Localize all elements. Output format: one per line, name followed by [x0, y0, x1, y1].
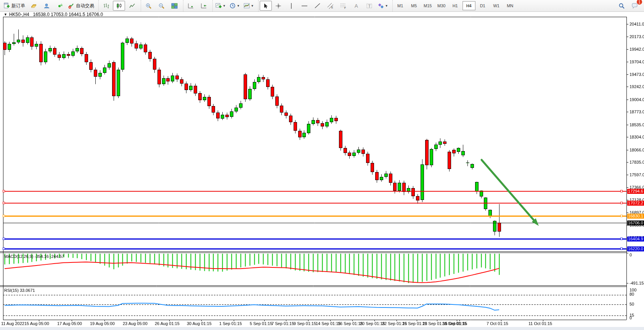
time-axis-label: 11 Aug 2022	[1, 321, 24, 326]
chart-shift-button[interactable]	[198, 1, 210, 11]
auto-scroll-button[interactable]	[185, 1, 197, 11]
text-label-button[interactable]: T	[363, 1, 376, 11]
timeframe-button-H1[interactable]: H1	[449, 1, 462, 10]
candlestick-chart-button[interactable]	[113, 1, 125, 11]
price-axis-tick: 18304.0	[630, 135, 644, 139]
crosshair-button[interactable]	[273, 1, 285, 11]
price-axis-tick: 19473.0	[630, 72, 644, 77]
zoom-out-button[interactable]	[155, 1, 167, 11]
timeframe-button-W1[interactable]: W1	[490, 1, 503, 10]
macd-axis-tick: 0	[630, 253, 632, 257]
new-chart-button[interactable]: ▼	[214, 1, 227, 11]
toolbar-right: 1	[615, 1, 644, 11]
chevron-down-icon: ▼	[223, 4, 226, 8]
new-order-button[interactable]: 新订单	[2, 1, 27, 11]
zoom-in-button[interactable]	[142, 1, 154, 11]
timeframe-button-M5[interactable]: M5	[408, 1, 421, 10]
indicators-icon	[244, 3, 250, 9]
chart-title-bar[interactable]: ▼ HK50-,H4 16538.0 17053.0 16441.5 16706…	[3, 12, 105, 17]
price-line-label[interactable]: 16404.9	[627, 237, 644, 241]
fibonacci-button[interactable]: F	[337, 1, 350, 11]
svg-text:A: A	[355, 3, 358, 9]
time-axis-label: 5 Oct 01:15	[445, 321, 467, 326]
price-axis-tick: 19004.0	[630, 97, 644, 102]
search-button[interactable]	[615, 1, 628, 11]
mt4-window: 新订单	[0, 0, 644, 330]
chart-title-symbol: HK50-,H4	[9, 12, 29, 17]
text-button[interactable]: A	[350, 1, 363, 11]
timeframe-group: M1M5M15M30H1H4D1W1MN	[392, 0, 519, 11]
window-bottom-edge	[0, 327, 644, 330]
metaquotes-button[interactable]	[27, 1, 40, 11]
periods-button[interactable]: ▼	[228, 1, 241, 11]
mql5-community-button[interactable]	[40, 1, 53, 11]
price-line-label[interactable]: 16706.0	[627, 221, 644, 225]
macd-label: MACD(12,26,9) -354.16 -244.57	[4, 254, 64, 259]
price-axis-tick: 18535.0	[630, 122, 644, 127]
time-axis-label: 30 Aug 01:15	[187, 321, 212, 326]
line-chart-button[interactable]	[126, 1, 138, 11]
price-axis-tick: 18773.0	[630, 109, 644, 114]
rsi-axis-tick: 80	[630, 292, 634, 296]
cursor-button[interactable]	[260, 1, 272, 11]
autotrading-button[interactable]: 自动交易	[66, 1, 96, 11]
objects-group: ▼ ▼ ▼	[212, 0, 257, 11]
timeframe-button-M15[interactable]: M15	[421, 1, 434, 10]
signals-icon	[56, 3, 63, 9]
rsi-axis-tick: 0	[630, 316, 632, 320]
arrows-button[interactable]: ▼	[376, 1, 390, 11]
text-icon: A	[353, 3, 360, 9]
time-axis-label: 20 Sep 01:15	[360, 321, 385, 326]
bar-chart-button[interactable]	[100, 1, 112, 11]
horizontal-line-icon	[301, 3, 308, 9]
mql5-community-icon	[43, 3, 50, 9]
zoom-out-icon	[158, 3, 165, 9]
svg-text:F: F	[344, 6, 346, 9]
time-axis-label: 19 Aug 05:00	[90, 321, 115, 326]
new-order-label: 新订单	[11, 3, 25, 9]
drawing-tools-group: E F A T	[258, 0, 392, 11]
zoom-in-icon	[145, 3, 152, 9]
timeframe-button-M30[interactable]: M30	[435, 1, 448, 10]
price-axis-tick: 19704.0	[630, 60, 644, 64]
signals-button[interactable]	[53, 1, 66, 11]
time-axis-label: 11 Oct 01:15	[528, 321, 552, 326]
price-axis-tick: 19242.0	[630, 84, 644, 89]
macd-axis-tick: -491.15	[630, 281, 644, 285]
time-axis-label: 9 Sep 01:15	[294, 321, 316, 326]
price-axis-tick: 20411.0	[630, 22, 644, 26]
price-line-label[interactable]: 16220.0	[627, 246, 644, 251]
time-axis-label: 1 Sep 01:15	[219, 321, 242, 326]
vertical-line-icon	[288, 3, 295, 9]
indicators-button[interactable]: ▼	[242, 1, 255, 11]
zoom-group	[141, 0, 182, 11]
trendline-icon	[314, 3, 321, 9]
tile-windows-button[interactable]	[168, 1, 180, 11]
notifications-button[interactable]: 1	[628, 1, 641, 11]
price-line-label[interactable]: 17072.2	[627, 201, 644, 206]
time-axis-label: 15 Aug 05:00	[24, 321, 49, 326]
equidistant-channel-button[interactable]: E	[324, 1, 337, 11]
new-chart-icon	[215, 3, 222, 9]
metaquotes-icon	[31, 3, 37, 9]
timeframe-button-H4[interactable]: H4	[463, 1, 475, 10]
text-label-icon: T	[366, 3, 373, 9]
vertical-line-button[interactable]	[286, 1, 298, 11]
horizontal-line-button[interactable]	[299, 1, 311, 11]
timeframe-button-M1[interactable]: M1	[394, 1, 407, 10]
price-line-label[interactable]: 17294.6	[627, 189, 644, 194]
chart-shift-icon	[201, 3, 207, 9]
timeframe-button-D1[interactable]: D1	[476, 1, 489, 10]
trendline-button[interactable]	[312, 1, 324, 11]
timeframe-button-MN[interactable]: MN	[504, 1, 517, 10]
auto-scroll-icon	[188, 3, 194, 9]
trade-group: 新订单	[1, 0, 98, 11]
chart-canvas[interactable]	[0, 0, 644, 330]
price-axis-tick: 17835.0	[630, 160, 644, 164]
line-chart-icon	[129, 3, 135, 9]
autotrading-icon	[68, 3, 74, 9]
price-line-label[interactable]: 16830.1	[627, 214, 644, 219]
main-toolbar: 新订单	[0, 0, 644, 12]
chevron-down-icon: ▼	[251, 4, 254, 8]
time-axis-label: 5 Sep 01:15	[250, 321, 272, 326]
